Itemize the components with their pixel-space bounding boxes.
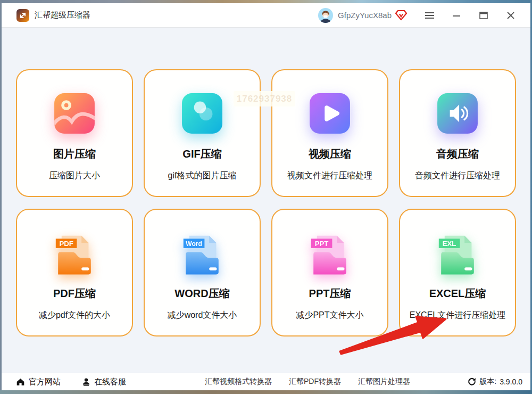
user-avatar bbox=[318, 8, 333, 23]
card-title: PDF压缩 bbox=[53, 286, 96, 300]
customer-service-icon bbox=[82, 377, 90, 386]
card-subtitle: 减少word文件大小 bbox=[168, 309, 237, 321]
card-subtitle: 音频文件进行压缩处理 bbox=[415, 170, 500, 182]
card-excel-compress[interactable]: EXL EXCEL压缩 EXCEL文件进行压缩处理 bbox=[399, 209, 516, 336]
app-window: 汇帮超级压缩器 bbox=[2, 3, 530, 390]
word-folder-icon: Word bbox=[179, 231, 226, 284]
main-content: 图片压缩 压缩图片大小 bbox=[2, 28, 530, 373]
image-processor-link[interactable]: 汇帮图片处理器 bbox=[358, 377, 410, 387]
card-title: 视频压缩 bbox=[309, 147, 351, 161]
audio-compress-icon bbox=[436, 92, 479, 145]
card-subtitle: 视频文件进行压缩处理 bbox=[287, 170, 372, 182]
card-subtitle: EXCEL文件进行压缩处理 bbox=[410, 309, 505, 321]
card-subtitle: 减少pdf文件的大小 bbox=[39, 309, 110, 321]
folder-badge-label: Word bbox=[186, 240, 202, 248]
folder-badge-label: EXL bbox=[443, 240, 456, 248]
app-title: 汇帮超级压缩器 bbox=[35, 10, 90, 20]
gif-compress-icon bbox=[180, 92, 224, 145]
vip-badge-icon[interactable] bbox=[395, 10, 407, 21]
card-gif-compress[interactable]: GIF压缩 gif格式的图片压缩 bbox=[144, 69, 261, 197]
card-video-compress[interactable]: 视频压缩 视频文件进行压缩处理 bbox=[271, 69, 388, 197]
user-account-button[interactable]: GfpZyYucX8ab bbox=[318, 8, 407, 23]
username: GfpZyYucX8ab bbox=[338, 11, 392, 20]
refresh-icon bbox=[468, 377, 476, 386]
footer: 官方网站 在线客服 汇帮视频格式转换器 汇帮PDF转换器 汇帮 bbox=[2, 373, 530, 390]
folder-badge-label: PDF bbox=[59, 240, 73, 248]
card-ppt-compress[interactable]: PPT PPT压缩 减少PPT文件大小 bbox=[271, 209, 388, 336]
card-title: WORD压缩 bbox=[174, 286, 229, 300]
card-title: 音频压缩 bbox=[436, 147, 479, 161]
card-title: GIF压缩 bbox=[182, 147, 221, 161]
menu-button[interactable] bbox=[425, 11, 434, 20]
folder-badge-label: PPT bbox=[315, 240, 329, 248]
card-audio-compress[interactable]: 音频压缩 音频文件进行压缩处理 bbox=[399, 69, 516, 197]
titlebar: 汇帮超级压缩器 bbox=[2, 3, 530, 28]
card-title: PPT压缩 bbox=[309, 286, 351, 300]
video-compress-icon bbox=[308, 92, 352, 145]
pdf-folder-icon: PDF bbox=[51, 231, 98, 284]
official-website-label: 官方网站 bbox=[29, 377, 61, 387]
card-subtitle: gif格式的图片压缩 bbox=[168, 170, 237, 182]
home-icon bbox=[16, 377, 25, 386]
excel-folder-icon: EXL bbox=[434, 231, 481, 284]
online-service-link[interactable]: 在线客服 bbox=[82, 377, 126, 387]
maximize-button[interactable] bbox=[479, 11, 488, 20]
version-value: 3.9.0.0 bbox=[500, 377, 522, 386]
card-word-compress[interactable]: Word WORD压缩 减少word文件大小 bbox=[144, 209, 261, 336]
ppt-folder-icon: PPT bbox=[306, 231, 353, 284]
image-compress-icon bbox=[53, 92, 96, 145]
desktop-background: 汇帮超级压缩器 bbox=[0, 0, 532, 394]
online-service-label: 在线客服 bbox=[94, 377, 126, 387]
version-update-button[interactable]: 版本: 3.9.0.0 bbox=[468, 373, 522, 390]
card-image-compress[interactable]: 图片压缩 压缩图片大小 bbox=[16, 69, 133, 197]
version-label: 版本: bbox=[479, 377, 496, 387]
video-converter-link[interactable]: 汇帮视频格式转换器 bbox=[205, 377, 272, 387]
close-button[interactable] bbox=[506, 11, 516, 20]
minimize-button[interactable] bbox=[452, 11, 461, 20]
card-pdf-compress[interactable]: PDF PDF压缩 减少pdf文件的大小 bbox=[16, 209, 133, 336]
desktop-bottom-strip bbox=[0, 390, 532, 394]
app-logo-icon bbox=[16, 9, 30, 22]
feature-grid: 图片压缩 压缩图片大小 bbox=[16, 69, 516, 336]
card-subtitle: 压缩图片大小 bbox=[49, 170, 100, 182]
card-title: EXCEL压缩 bbox=[429, 286, 486, 300]
card-subtitle: 减少PPT文件大小 bbox=[296, 309, 363, 321]
pdf-converter-link[interactable]: 汇帮PDF转换器 bbox=[289, 377, 341, 387]
card-title: 图片压缩 bbox=[53, 147, 96, 161]
official-website-link[interactable]: 官方网站 bbox=[16, 377, 61, 387]
